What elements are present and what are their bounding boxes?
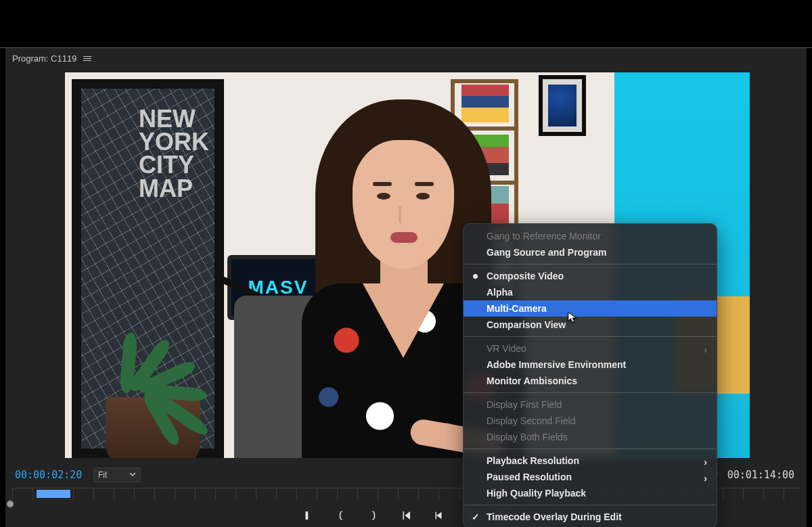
menu-item[interactable]: Composite Video <box>464 268 717 284</box>
menu-item[interactable]: Comparison View <box>464 317 717 333</box>
radio-dot-icon <box>473 274 478 279</box>
menu-item-label: Alpha <box>487 287 513 298</box>
mark-out-brace-button[interactable] <box>366 508 381 523</box>
menu-item: Display Second Field <box>464 413 717 429</box>
menu-item-label: Adobe Immersive Environment <box>487 359 626 370</box>
check-icon: ✓ <box>472 511 480 522</box>
panel-title[interactable]: Program: C1119 <box>12 53 91 64</box>
menu-item[interactable]: Gang Source and Program <box>464 244 717 260</box>
ruler-start-handle[interactable] <box>7 501 14 507</box>
go-to-in-button[interactable] <box>399 508 413 523</box>
menu-item: Gang to Reference Monitor <box>464 228 717 244</box>
scene-map-text: NEW YORK CITY MAP <box>139 108 209 200</box>
menu-item-label: Gang to Reference Monitor <box>487 231 601 242</box>
menu-item-label: Composite Video <box>487 271 564 281</box>
menu-item-label: Display First Field <box>487 399 562 410</box>
menu-item-label: VR Video <box>487 343 526 354</box>
menu-item[interactable]: Paused Resolution› <box>464 469 717 485</box>
menu-item-label: Comparison View <box>487 319 566 330</box>
app-chrome-top <box>0 0 812 47</box>
menu-item[interactable]: High Quality Playback <box>464 485 717 501</box>
current-timecode[interactable]: 00:00:02:20 <box>15 469 82 481</box>
scene-plant <box>78 316 227 458</box>
step-back-button[interactable] <box>431 508 446 523</box>
menu-separator <box>464 449 717 449</box>
menu-item-label: Display Second Field <box>487 415 576 426</box>
menu-item[interactable]: ✓Timecode Overlay During Edit <box>464 509 717 525</box>
chevron-down-icon <box>129 470 136 480</box>
chevron-right-icon: › <box>704 457 707 467</box>
duration-timecode: 00:01:14:00 <box>727 469 794 481</box>
menu-item[interactable]: Playback Resolution› <box>464 453 717 469</box>
menu-item: Display First Field <box>464 396 717 413</box>
menu-item[interactable]: Monitor Ambisonics <box>464 373 717 389</box>
chevron-right-icon: › <box>704 344 707 355</box>
chevron-right-icon: › <box>704 473 707 484</box>
zoom-level-label: Fit <box>98 470 107 480</box>
monitor-context-menu: Gang to Reference MonitorGang Source and… <box>463 223 717 527</box>
scene-wall-art <box>539 75 586 136</box>
menu-item-label: Multi-Camera <box>487 303 547 314</box>
panel-menu-icon[interactable] <box>83 56 91 61</box>
menu-item[interactable]: Alpha <box>464 284 717 300</box>
menu-item-label: High Quality Playback <box>487 488 586 499</box>
menu-item-label: Gang Source and Program <box>487 247 606 258</box>
menu-separator <box>464 336 717 337</box>
menu-item-label: Playback Resolution <box>487 455 579 466</box>
menu-item: VR Video› <box>464 340 717 357</box>
menu-separator <box>464 505 717 505</box>
menu-separator <box>464 392 717 393</box>
zoom-level-dropdown[interactable]: Fit <box>93 467 141 482</box>
menu-item: Display Both Fields <box>464 429 717 445</box>
menu-item-label: Timecode Overlay During Edit <box>487 511 622 522</box>
menu-separator <box>464 264 717 265</box>
panel-title-text: Program: C1119 <box>12 53 76 64</box>
menu-item[interactable]: Adobe Immersive Environment <box>464 357 717 373</box>
menu-item-label: Display Both Fields <box>487 432 568 442</box>
menu-item-label: Paused Resolution <box>487 472 572 482</box>
mark-in-brace-button[interactable] <box>334 508 348 523</box>
mark-in-button[interactable] <box>301 508 316 523</box>
menu-item-label: Monitor Ambisonics <box>487 375 577 386</box>
menu-item[interactable]: Multi-Camera <box>464 300 717 317</box>
